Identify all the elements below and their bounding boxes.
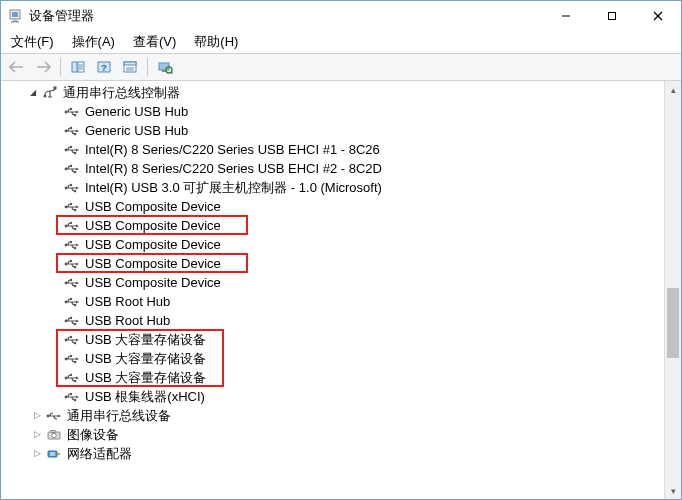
svg-point-62 bbox=[70, 335, 72, 337]
svg-rect-54 bbox=[74, 285, 76, 287]
back-button[interactable] bbox=[5, 56, 29, 78]
svg-rect-77 bbox=[48, 451, 57, 457]
device-label: USB 大容量存储设备 bbox=[85, 330, 206, 349]
svg-rect-42 bbox=[74, 209, 76, 211]
svg-point-53 bbox=[70, 278, 72, 280]
device-item[interactable]: USB 大容量存储设备 bbox=[5, 349, 664, 368]
svg-point-65 bbox=[70, 354, 72, 356]
svg-rect-63 bbox=[74, 342, 76, 344]
svg-point-64 bbox=[65, 357, 68, 360]
device-label: Intel(R) 8 Series/C220 Series USB EHCI #… bbox=[85, 140, 380, 159]
device-item[interactable]: Generic USB Hub bbox=[5, 121, 664, 140]
usb-device-icon bbox=[63, 142, 81, 158]
svg-rect-19 bbox=[159, 63, 169, 70]
usb-device-icon bbox=[63, 275, 81, 291]
device-item[interactable]: Intel(R) 8 Series/C220 Series USB EHCI #… bbox=[5, 159, 664, 178]
menu-action[interactable]: 操作(A) bbox=[68, 31, 119, 53]
help-button[interactable]: ? bbox=[92, 56, 116, 78]
scroll-track[interactable] bbox=[665, 98, 681, 482]
svg-point-75 bbox=[52, 433, 56, 437]
usb-device-icon bbox=[63, 370, 81, 386]
device-item[interactable]: USB Composite Device bbox=[5, 235, 664, 254]
svg-point-61 bbox=[65, 338, 68, 341]
toolbar: ? bbox=[1, 53, 681, 81]
svg-rect-3 bbox=[11, 21, 19, 23]
device-item[interactable]: Generic USB Hub bbox=[5, 102, 664, 121]
device-item[interactable]: USB Composite Device bbox=[5, 254, 664, 273]
svg-point-23 bbox=[44, 94, 47, 97]
scroll-up-arrow-icon[interactable]: ▴ bbox=[665, 81, 681, 98]
usb-device-icon bbox=[63, 313, 81, 329]
usb-device-icon bbox=[63, 199, 81, 215]
category-usb-controllers[interactable]: 通用串行总线控制器 bbox=[5, 83, 664, 102]
imaging-device-icon bbox=[45, 427, 63, 443]
network-adapter-icon bbox=[45, 446, 63, 462]
device-item[interactable]: USB 大容量存储设备 bbox=[5, 368, 664, 387]
device-item[interactable]: USB Composite Device bbox=[5, 273, 664, 292]
device-item[interactable]: USB Root Hub bbox=[5, 292, 664, 311]
device-item[interactable]: USB 大容量存储设备 bbox=[5, 330, 664, 349]
svg-rect-8 bbox=[72, 62, 77, 72]
scan-hardware-button[interactable] bbox=[153, 56, 177, 78]
menu-view[interactable]: 查看(V) bbox=[129, 31, 180, 53]
device-label: Intel(R) USB 3.0 可扩展主机控制器 - 1.0 (Microso… bbox=[85, 178, 382, 197]
expand-toggle-icon[interactable] bbox=[29, 446, 45, 462]
menu-help[interactable]: 帮助(H) bbox=[190, 31, 242, 53]
usb-device-icon bbox=[63, 294, 81, 310]
menu-file[interactable]: 文件(F) bbox=[7, 31, 58, 53]
svg-point-73 bbox=[47, 414, 50, 417]
device-label: USB 大容量存储设备 bbox=[85, 368, 206, 387]
svg-point-49 bbox=[65, 262, 68, 265]
device-item[interactable]: Intel(R) 8 Series/C220 Series USB EHCI #… bbox=[5, 140, 664, 159]
usb-device-icon bbox=[63, 218, 81, 234]
scroll-down-arrow-icon[interactable]: ▾ bbox=[665, 482, 681, 499]
svg-point-47 bbox=[70, 240, 72, 242]
device-item[interactable]: Intel(R) USB 3.0 可扩展主机控制器 - 1.0 (Microso… bbox=[5, 178, 664, 197]
expand-toggle-icon[interactable] bbox=[29, 408, 45, 424]
device-label: USB Root Hub bbox=[85, 311, 170, 330]
svg-text:?: ? bbox=[101, 63, 107, 73]
device-item[interactable]: USB Root Hub bbox=[5, 311, 664, 330]
device-item[interactable]: USB Composite Device bbox=[5, 216, 664, 235]
category-imaging[interactable]: 图像设备 bbox=[5, 425, 664, 444]
scroll-thumb[interactable] bbox=[667, 288, 679, 358]
svg-rect-60 bbox=[74, 323, 76, 325]
svg-point-71 bbox=[70, 392, 72, 394]
usb-device-icon bbox=[63, 161, 81, 177]
show-hidden-button[interactable] bbox=[66, 56, 90, 78]
expand-toggle-icon[interactable] bbox=[25, 85, 41, 101]
minimize-button[interactable] bbox=[543, 1, 589, 31]
usb-device-category-icon bbox=[45, 408, 63, 424]
device-item[interactable]: USB Composite Device bbox=[5, 197, 664, 216]
svg-point-37 bbox=[65, 186, 68, 189]
svg-point-40 bbox=[65, 205, 68, 208]
device-label: Intel(R) 8 Series/C220 Series USB EHCI #… bbox=[85, 159, 382, 178]
svg-line-22 bbox=[171, 72, 173, 74]
properties-button[interactable] bbox=[118, 56, 142, 78]
svg-rect-30 bbox=[74, 133, 76, 135]
maximize-button[interactable] bbox=[589, 1, 635, 31]
svg-rect-76 bbox=[51, 430, 55, 432]
svg-point-59 bbox=[70, 316, 72, 318]
svg-point-43 bbox=[65, 224, 68, 227]
vertical-scrollbar[interactable]: ▴ ▾ bbox=[664, 81, 681, 499]
category-network[interactable]: 网络适配器 bbox=[5, 444, 664, 463]
svg-rect-51 bbox=[74, 266, 76, 268]
title-bar: 设备管理器 bbox=[1, 1, 681, 31]
usb-device-icon bbox=[63, 237, 81, 253]
svg-rect-24 bbox=[54, 86, 57, 89]
expand-toggle-icon[interactable] bbox=[29, 427, 45, 443]
device-tree[interactable]: 通用串行总线控制器 Generic USB Hub Generic USB Hu… bbox=[1, 81, 664, 499]
device-label: USB Root Hub bbox=[85, 292, 170, 311]
svg-point-52 bbox=[65, 281, 68, 284]
device-item[interactable]: USB 根集线器(xHCI) bbox=[5, 387, 664, 406]
category-usb-devices[interactable]: 通用串行总线设备 bbox=[5, 406, 664, 425]
toolbar-separator bbox=[147, 58, 148, 76]
svg-point-44 bbox=[70, 221, 72, 223]
svg-point-70 bbox=[65, 395, 68, 398]
forward-button[interactable] bbox=[31, 56, 55, 78]
svg-rect-16 bbox=[124, 62, 136, 65]
close-button[interactable] bbox=[635, 1, 681, 31]
svg-point-34 bbox=[65, 167, 68, 170]
category-label: 通用串行总线设备 bbox=[67, 406, 171, 425]
